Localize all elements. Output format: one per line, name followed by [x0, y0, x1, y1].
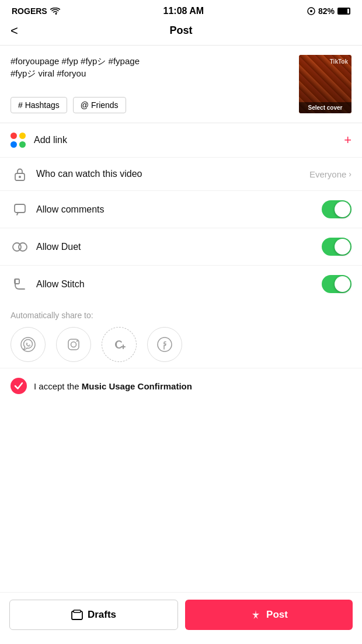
- hashtags-button[interactable]: # Hashtags: [11, 97, 67, 113]
- music-confirm-row[interactable]: I accept the Music Usage Confirmation: [0, 368, 362, 403]
- thumbnail-label[interactable]: Select cover: [299, 102, 351, 113]
- allow-stitch-label: Allow Stitch: [36, 279, 322, 290]
- thumbnail-container[interactable]: TikTok Select cover: [299, 55, 351, 113]
- toggle-knob-duet: [335, 239, 350, 255]
- allow-duet-row[interactable]: Allow Duet: [0, 228, 362, 266]
- svg-point-10: [71, 342, 76, 347]
- checkmark-icon: [14, 382, 23, 390]
- duet-icon: [11, 241, 29, 253]
- svg-point-1: [310, 10, 312, 12]
- wifi-icon: [50, 8, 60, 15]
- drafts-icon: [71, 610, 83, 620]
- battery-text: 82%: [318, 6, 335, 16]
- lock-icon: [11, 167, 29, 181]
- allow-comments-row[interactable]: Allow comments: [0, 191, 362, 228]
- tiktok-logo: TikTok: [330, 58, 348, 65]
- post-sparkle-icon: [250, 609, 262, 621]
- add-link-label: Add link: [34, 135, 344, 145]
- allow-comments-label: Allow comments: [36, 204, 322, 215]
- allow-stitch-toggle[interactable]: [322, 275, 351, 293]
- svg-rect-16: [74, 610, 81, 612]
- drafts-button[interactable]: Drafts: [9, 600, 178, 630]
- dot-blue: [11, 141, 17, 148]
- facebook-icon: [156, 336, 173, 353]
- allow-duet-label: Allow Duet: [36, 242, 322, 252]
- tiktok-add-icon: [110, 336, 128, 353]
- bottom-bar: Drafts Post: [0, 592, 362, 644]
- svg-point-14: [158, 337, 172, 351]
- toggle-knob: [335, 201, 350, 217]
- whatsapp-icon: [19, 336, 37, 353]
- instagram-icon: [65, 336, 82, 353]
- svg-point-11: [76, 340, 78, 342]
- dot-red: [11, 133, 17, 139]
- status-bar: ROGERS 11:08 AM 82%: [0, 0, 362, 20]
- check-circle-icon: [11, 378, 27, 394]
- settings-list: Add link + Who can watch this video Ever…: [0, 123, 362, 302]
- who-can-watch-right: Everyone ›: [309, 169, 351, 179]
- location-icon: [307, 7, 315, 15]
- who-can-watch-value: Everyone: [309, 169, 346, 179]
- toggle-knob-stitch: [335, 276, 350, 292]
- battery-container: [337, 8, 350, 15]
- carrier-text: ROGERS: [12, 6, 47, 16]
- caption-text[interactable]: #foryoupage #fyp #fypシ #fypage #fypジ vir…: [11, 55, 292, 91]
- tag-buttons: # Hashtags @ Friends: [11, 97, 292, 113]
- who-can-watch-label: Who can watch this video: [36, 169, 309, 179]
- status-time: 11:08 AM: [163, 6, 204, 16]
- caption-area: #foryoupage #fyp #fypシ #fypage #fypジ vir…: [0, 46, 362, 123]
- svg-rect-4: [15, 204, 25, 213]
- allow-comments-toggle[interactable]: [322, 200, 351, 218]
- add-link-row[interactable]: Add link +: [0, 123, 362, 158]
- instagram-share-button[interactable]: [56, 327, 91, 362]
- chevron-icon: ›: [349, 169, 351, 179]
- add-link-plus-button[interactable]: +: [344, 134, 351, 147]
- share-icons: [11, 327, 351, 362]
- drafts-label: Drafts: [88, 609, 116, 621]
- facebook-share-button[interactable]: [147, 327, 182, 362]
- svg-point-3: [19, 176, 21, 178]
- allow-stitch-row[interactable]: Allow Stitch: [0, 266, 362, 302]
- tiktok-add-share-button[interactable]: [102, 327, 137, 362]
- whatsapp-share-button[interactable]: [11, 327, 46, 362]
- status-left: ROGERS: [12, 6, 60, 16]
- allow-duet-toggle[interactable]: [322, 238, 351, 256]
- comment-icon: [11, 203, 29, 216]
- post-label: Post: [266, 609, 288, 621]
- music-confirm-text: I accept the Music Usage Confirmation: [34, 381, 192, 391]
- share-section: Automatically share to:: [0, 302, 362, 368]
- share-label: Automatically share to:: [11, 311, 351, 320]
- battery-icon: [337, 8, 350, 15]
- add-link-dots-icon: [11, 133, 26, 148]
- dot-green: [19, 141, 26, 148]
- page-title: Post: [169, 25, 192, 37]
- post-button[interactable]: Post: [185, 600, 353, 630]
- nav-header: < Post: [0, 20, 362, 46]
- dot-yellow: [19, 133, 26, 139]
- stitch-icon: [11, 278, 29, 291]
- music-confirm-bold: Music Usage Confirmation: [82, 381, 192, 391]
- status-right: 82%: [307, 6, 350, 16]
- back-button[interactable]: <: [11, 23, 18, 39]
- who-can-watch-row[interactable]: Who can watch this video Everyone ›: [0, 158, 362, 191]
- friends-button[interactable]: @ Friends: [73, 97, 126, 113]
- svg-point-6: [19, 243, 27, 251]
